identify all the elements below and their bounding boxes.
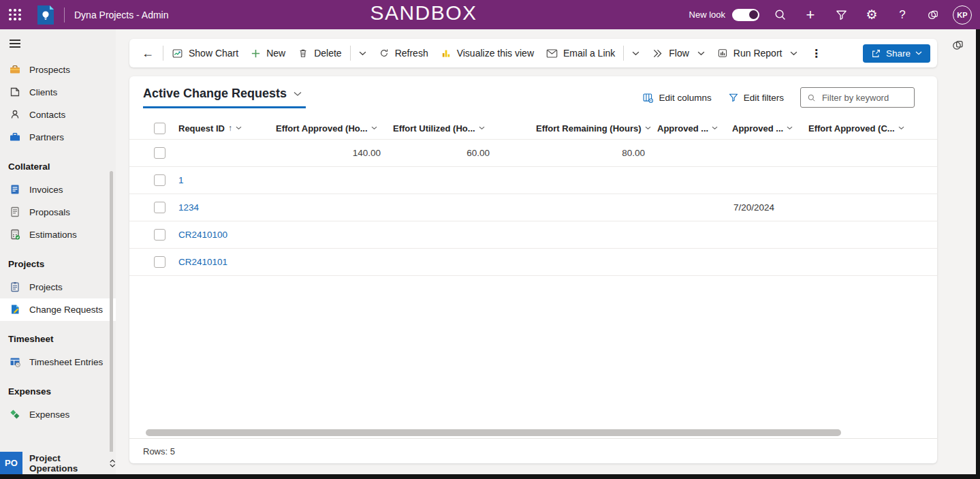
app-logo-icon[interactable] <box>35 4 56 26</box>
table-row[interactable]: 140.00 60.00 80.00 <box>129 140 937 167</box>
new-look-toggle[interactable]: New look <box>689 9 759 21</box>
back-arrow-icon: ← <box>142 46 154 60</box>
chevron-down-icon <box>479 126 485 130</box>
command-divider <box>163 46 163 61</box>
table-row[interactable]: 1234 7/20/2024 <box>129 194 937 221</box>
flow-icon <box>652 48 663 59</box>
visualize-view-button[interactable]: Visualize this view <box>434 44 540 63</box>
toggle-switch-on[interactable] <box>732 9 759 21</box>
chevron-down-icon <box>787 126 793 130</box>
chevron-down-icon <box>898 126 904 130</box>
request-id-link[interactable]: CR2410101 <box>168 257 276 267</box>
partners-icon <box>9 131 21 143</box>
column-header-effort-approved-currency[interactable]: Effort Approved (C... <box>808 123 937 134</box>
clients-icon <box>9 86 21 98</box>
delete-trash-icon <box>298 48 309 59</box>
sidebar-item-contacts[interactable]: Contacts <box>0 104 116 126</box>
email-split-chevron[interactable] <box>626 47 646 60</box>
new-plus-icon <box>251 48 261 59</box>
request-id-link[interactable]: CR2410100 <box>168 230 276 240</box>
table-row[interactable]: CR2410101 <box>129 249 937 276</box>
sidebar-item-proposals[interactable]: Proposals <box>0 201 116 223</box>
keyword-filter-input[interactable] <box>821 92 908 104</box>
sidebar-item-timesheet-entries[interactable]: Timesheet Entries <box>0 351 116 373</box>
back-button[interactable]: ← <box>135 45 161 62</box>
edit-filters-button[interactable]: Edit filters <box>728 92 784 103</box>
sidebar-group-timesheet: Timesheet <box>0 333 116 346</box>
sitemap-collapse-icon[interactable] <box>0 29 116 48</box>
new-button[interactable]: New <box>244 44 291 63</box>
delete-button[interactable]: Delete <box>291 44 347 63</box>
command-divider <box>350 46 351 61</box>
sidebar-item-partners[interactable]: Partners <box>0 126 116 149</box>
quick-create-plus-icon[interactable]: + <box>800 3 821 27</box>
run-report-button[interactable]: Run Report <box>711 44 804 63</box>
request-id-link[interactable]: 1 <box>168 175 276 185</box>
table-row[interactable]: CR2410100 <box>129 221 937 249</box>
sidebar-group-projects: Projects <box>0 258 116 271</box>
chevron-down-icon <box>915 51 922 55</box>
help-icon[interactable]: ? <box>892 3 913 27</box>
filter-icon[interactable] <box>831 3 851 27</box>
flow-button[interactable]: Flow <box>646 44 711 63</box>
area-badge: PO <box>0 452 22 474</box>
view-title-text: Active Change Requests <box>143 87 287 101</box>
copilot-rail-icon[interactable] <box>951 37 966 52</box>
chevron-down-icon <box>236 126 242 130</box>
settings-gear-icon[interactable]: ⚙ <box>862 3 882 27</box>
sidebar-item-estimations[interactable]: Estimations <box>0 223 116 246</box>
column-header-effort-approved-hours[interactable]: Effort Approved (Ho... <box>276 123 393 134</box>
command-bar: ← Show Chart New Delete Refresh Visualiz… <box>129 39 937 67</box>
area-switcher[interactable]: PO Project Operations <box>0 452 116 474</box>
site-map-sidebar: Prospects Clients Contacts Partners Coll… <box>0 29 116 474</box>
new-look-label: New look <box>689 10 725 20</box>
copilot-icon[interactable] <box>923 3 943 27</box>
column-header-request-id[interactable]: Request ID ↑ <box>168 123 276 134</box>
sidebar-item-prospects[interactable]: Prospects <box>0 59 116 81</box>
row-checkbox[interactable] <box>154 202 165 213</box>
sidebar-item-expenses[interactable]: Expenses <box>0 403 116 426</box>
row-checkbox[interactable] <box>154 174 165 186</box>
refresh-icon <box>379 48 390 59</box>
app-launcher-icon[interactable] <box>0 9 30 20</box>
proposals-icon <box>9 206 21 218</box>
chevron-down-icon <box>697 51 705 56</box>
email-link-button[interactable]: Email a Link <box>540 44 621 63</box>
sidebar-scrollbar[interactable] <box>110 171 113 454</box>
user-avatar[interactable]: KP <box>953 5 972 25</box>
row-checkbox[interactable] <box>154 229 165 241</box>
share-button[interactable]: Share <box>863 44 930 63</box>
visualize-chart-icon <box>441 48 452 59</box>
sidebar-item-invoices[interactable]: Invoices <box>0 179 116 201</box>
run-report-icon <box>717 48 728 59</box>
sidebar-item-projects[interactable]: Projects <box>0 276 116 298</box>
area-switcher-chevrons-icon <box>109 459 116 468</box>
sidebar-group-collateral: Collateral <box>0 160 116 174</box>
table-row[interactable]: 1 <box>129 167 937 194</box>
main-content: ← Show Chart New Delete Refresh Visualiz… <box>116 29 976 474</box>
column-header-effort-remaining-hours[interactable]: Effort Remaining (Hours) <box>502 123 657 134</box>
search-icon[interactable] <box>770 3 790 27</box>
app-title: Dyna Projects - Admin <box>74 10 169 20</box>
sidebar-item-change-requests[interactable]: Change Requests <box>0 298 116 321</box>
select-all-checkbox[interactable] <box>154 123 165 134</box>
column-header-approved-2[interactable]: Approved ... <box>732 123 808 134</box>
edit-filters-icon <box>728 92 739 103</box>
area-label: Project Operations <box>29 453 101 474</box>
window-bottom-edge <box>0 474 980 479</box>
edit-columns-icon <box>642 92 654 104</box>
column-header-effort-utilized-hours[interactable]: Effort Utilized (Ho... <box>393 123 502 134</box>
horizontal-scrollbar-thumb[interactable] <box>146 429 841 436</box>
refresh-button[interactable]: Refresh <box>373 44 434 63</box>
delete-split-chevron[interactable] <box>353 47 373 60</box>
view-selector[interactable]: Active Change Requests <box>143 87 306 108</box>
column-header-approved-1[interactable]: Approved ... <box>657 123 732 134</box>
row-checkbox[interactable] <box>154 256 165 268</box>
more-commands-button[interactable]: ⋮ <box>804 44 828 63</box>
edit-columns-button[interactable]: Edit columns <box>642 92 711 104</box>
sidebar-item-clients[interactable]: Clients <box>0 81 116 104</box>
show-chart-button[interactable]: Show Chart <box>165 44 244 63</box>
request-id-link[interactable]: 1234 <box>168 202 276 213</box>
grid-card: Active Change Requests Edit columns Edit… <box>129 76 937 463</box>
row-checkbox[interactable] <box>154 147 165 159</box>
